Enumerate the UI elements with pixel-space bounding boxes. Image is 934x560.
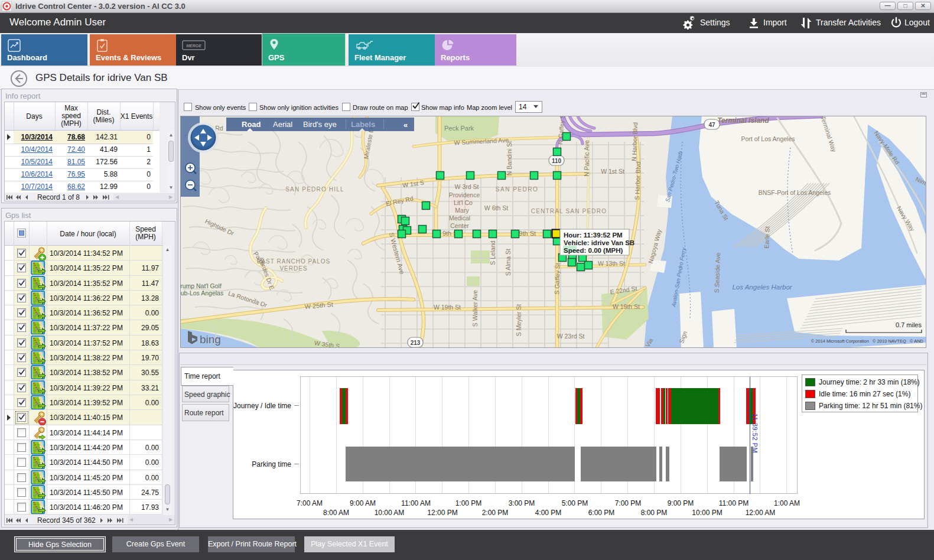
svg-text:N Bandini St: N Bandini St: [506, 141, 513, 175]
svg-text:MERGE: MERGE: [186, 44, 201, 48]
svg-text:W 19th St: W 19th St: [434, 304, 461, 311]
svg-text:110: 110: [552, 158, 562, 164]
svg-text:Lit'l Co: Lit'l Co: [454, 199, 473, 206]
svg-text:S Alma St: S Alma St: [505, 249, 512, 276]
svg-text:Speed: 0.00 (MPH): Speed: 0.00 (MPH): [564, 247, 623, 254]
svg-text:S Harbor Blvd: S Harbor Blvd: [633, 161, 642, 200]
svg-text:S Leland: S Leland: [489, 240, 496, 265]
svg-text:Los Angeles Harbor: Los Angeles Harbor: [732, 284, 792, 291]
svg-text:213: 213: [411, 340, 421, 346]
svg-text:Port of Los Angeles: Port of Los Angeles: [741, 135, 795, 142]
svg-text:«: «: [403, 121, 408, 129]
svg-text:S Seaside Ave: S Seaside Ave: [713, 252, 721, 293]
svg-text:Providence: Providence: [449, 191, 480, 198]
svg-text:BNSF-Port of Los Angeles: BNSF-Port of Los Angeles: [759, 189, 831, 196]
svg-text:0.7 miles: 0.7 miles: [896, 321, 922, 328]
svg-text:N Harbor Blvd: N Harbor Blvd: [630, 122, 639, 161]
svg-text:W 19th St: W 19th St: [613, 303, 640, 310]
svg-text:W 6th St: W 6th St: [484, 204, 508, 211]
svg-text:Trump Nat'l Golf: Trump Nat'l Golf: [180, 282, 222, 289]
svg-text:EAST RANCHO PALOS: EAST RANCHO PALOS: [257, 258, 330, 265]
svg-text:W 3rd St: W 3rd St: [455, 183, 479, 190]
svg-text:Medical: Medical: [449, 214, 470, 222]
svg-text:Labels: Labels: [351, 120, 375, 129]
svg-text:SAN PEDRO HILL: SAN PEDRO HILL: [285, 186, 344, 193]
svg-text:bing: bing: [200, 333, 221, 346]
svg-text:SAN PEDRO: SAN PEDRO: [496, 186, 538, 193]
svg-text:Peck Park: Peck Park: [444, 125, 474, 132]
svg-text:W 13th St: W 13th St: [598, 260, 625, 267]
svg-text:Mary: Mary: [455, 207, 469, 214]
svg-text:© 2014 Microsoft Corporation: © 2014 Microsoft Corporation © 2010 NAVT…: [811, 338, 924, 344]
svg-text:N Pacific Ave: N Pacific Ave: [583, 140, 590, 177]
svg-text:CENTRAL SAN PEDRO: CENTRAL SAN PEDRO: [531, 208, 607, 214]
svg-text:S Walker Ave: S Walker Ave: [471, 290, 479, 327]
svg-text:Vehicle: idrive Van SB: Vehicle: idrive Van SB: [564, 239, 634, 246]
svg-text:Road: Road: [242, 120, 261, 129]
svg-text:Club-Los Angelas: Club-Los Angelas: [180, 289, 223, 297]
svg-text:W 1st St: W 1st St: [601, 168, 624, 175]
svg-text:S Meyler St: S Meyler St: [515, 304, 522, 336]
svg-text:Center: Center: [450, 222, 469, 229]
svg-text:W 23rd St: W 23rd St: [557, 333, 585, 340]
svg-text:Aerial: Aerial: [273, 120, 292, 129]
svg-text:Hour: 11:39:52 PM: Hour: 11:39:52 PM: [564, 232, 623, 239]
svg-text:47: 47: [708, 122, 715, 128]
svg-text:S Gaffey St: S Gaffey St: [553, 263, 561, 295]
svg-text:VERDES: VERDES: [279, 265, 307, 272]
svg-text:Terminal Island: Terminal Island: [717, 116, 769, 125]
svg-text:Bird's eye: Bird's eye: [303, 120, 337, 129]
svg-text:Earle St: Earle St: [763, 226, 770, 249]
